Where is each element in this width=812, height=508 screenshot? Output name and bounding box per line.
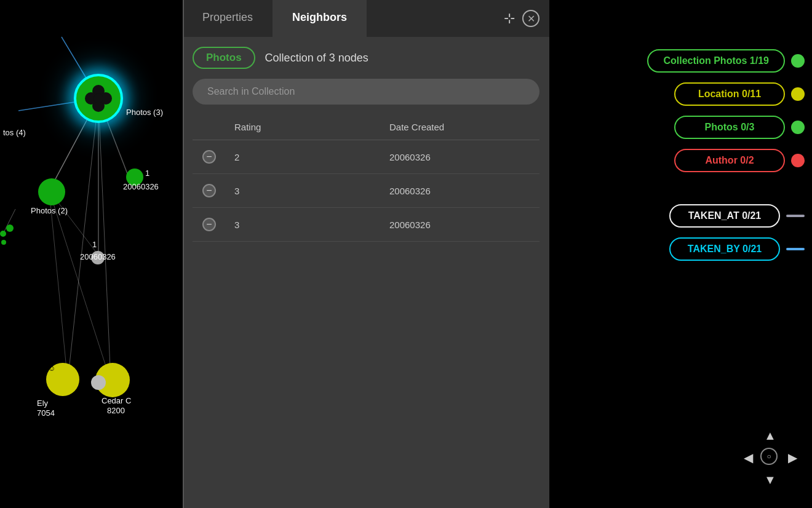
svg-line-3 (98, 98, 129, 178)
panel: Properties Neighbors ⊹ ✕ Photos Collecti… (183, 0, 549, 508)
node-label-1b: 1 (92, 240, 97, 249)
row3-icon-cell: − (193, 215, 229, 234)
tiny-node-2 (6, 224, 14, 232)
col-header-rating: Rating (229, 119, 384, 135)
nav-center-button[interactable]: ○ (760, 448, 778, 465)
small-node-2[interactable] (126, 169, 143, 186)
svg-line-5 (68, 98, 98, 381)
dot-location (791, 87, 805, 101)
svg-line-1 (18, 98, 98, 111)
node-label-cedar: Cedar C (102, 396, 131, 405)
row1-rating: 2 (229, 149, 384, 165)
svg-line-10 (3, 209, 15, 234)
table-row: − 3 20060326 (193, 208, 539, 242)
col-header-date: Date Created (384, 119, 539, 135)
svg-point-15 (94, 93, 103, 103)
pill-photos[interactable]: Photos 0/3 (674, 116, 785, 139)
row3-rating: 3 (229, 217, 384, 232)
row3-date: 20060326 (384, 217, 539, 232)
small-node-white[interactable] (91, 251, 105, 264)
central-node[interactable] (74, 74, 123, 123)
node-label-tos4: tos (4) (3, 128, 26, 137)
nav-right-button[interactable]: ▶ (782, 448, 802, 467)
pill-row-taken-by: TAKEN_BY 0/21 (669, 237, 805, 261)
svg-line-7 (49, 191, 68, 381)
collection-title: Collection of 3 nodes (265, 52, 368, 65)
pill-author[interactable]: Author 0/2 (674, 149, 785, 172)
graph-layer: Photos (3) tos (4) Photos (2) 1 20060326… (0, 0, 183, 508)
tiny-node-3 (1, 240, 6, 245)
svg-line-0 (62, 37, 98, 98)
svg-line-2 (49, 98, 98, 191)
svg-line-8 (49, 191, 111, 381)
graph-svg (0, 0, 183, 508)
dash-taken-at (786, 215, 805, 217)
tab-properties[interactable]: Properties (183, 0, 273, 37)
row2-icon-cell: − (193, 181, 229, 200)
move-icon[interactable]: ⊹ (504, 10, 515, 26)
table-area: Rating Date Created − 2 20060326 − 3 200… (193, 114, 539, 498)
gray-node-center[interactable] (91, 375, 106, 390)
pill-taken-by[interactable]: TAKEN_BY 0/21 (669, 237, 780, 261)
yellow-node-ely[interactable] (46, 363, 79, 396)
tiny-node-1 (0, 231, 6, 237)
dash-taken-by (786, 248, 805, 250)
node-label-ely-num: 7054 (37, 408, 55, 418)
svg-point-11 (92, 85, 105, 97)
pill-row-location: Location 0/11 (674, 82, 805, 106)
row2-rating: 3 (229, 183, 384, 199)
table-row: − 3 20060326 (193, 174, 539, 208)
nav-up-button[interactable]: ▲ (760, 426, 780, 445)
clover-icon (84, 84, 113, 113)
ely-label: ☺ (48, 364, 55, 373)
tab-neighbors-label: Neighbors (292, 11, 347, 24)
row1-minus-button[interactable]: − (202, 150, 216, 164)
node-label-1a: 1 (145, 169, 149, 178)
svg-line-9 (49, 191, 98, 255)
close-button[interactable]: ✕ (522, 10, 539, 27)
row3-minus-button[interactable]: − (202, 218, 216, 231)
row1-date: 20060326 (384, 149, 539, 165)
row2-date: 20060326 (384, 183, 539, 199)
pill-row-taken-at: TAKEN_AT 0/21 (669, 204, 805, 228)
collection-header: Photos Collection of 3 nodes (193, 47, 539, 69)
tab-neighbors[interactable]: Neighbors (273, 0, 367, 37)
node-label-date-1a: 20060326 (123, 182, 159, 191)
row1-icon-cell: − (193, 148, 229, 166)
pill-collection-photos[interactable]: Collection Photos 1/19 (647, 49, 785, 73)
node-label-ely: Ely (37, 399, 48, 408)
node-label-photos3: Photos (3) (126, 108, 163, 117)
small-node-1[interactable] (38, 178, 65, 205)
pill-location[interactable]: Location 0/11 (674, 82, 785, 106)
tabs: Properties Neighbors ⊹ ✕ (183, 0, 549, 37)
dot-author (791, 154, 805, 167)
pill-row-photos: Photos 0/3 (674, 116, 805, 139)
dot-collection-photos (791, 54, 805, 68)
nav-arrows: ▲ ◀ ○ ▶ ▼ (738, 426, 800, 490)
svg-point-13 (85, 92, 97, 105)
yellow-node-cedar[interactable] (95, 363, 130, 397)
table-row: − 2 20060326 (193, 140, 539, 174)
dot-photos (791, 121, 805, 134)
svg-line-6 (98, 98, 111, 381)
pill-taken-at[interactable]: TAKEN_AT 0/21 (669, 204, 780, 228)
svg-point-12 (92, 100, 105, 112)
table-header: Rating Date Created (193, 114, 539, 140)
pill-row-author: Author 0/2 (674, 149, 805, 172)
node-label-photos2: Photos (2) (31, 206, 68, 215)
svg-point-14 (100, 92, 112, 105)
col-header-icon (193, 119, 229, 135)
node-label-cedar-num: 8200 (107, 406, 125, 415)
nav-down-button[interactable]: ▼ (760, 470, 780, 490)
central-node-inner (83, 83, 114, 114)
panel-content: Photos Collection of 3 nodes Rating Date… (183, 37, 549, 508)
tab-properties-label: Properties (202, 11, 253, 24)
pill-row-collection-photos: Collection Photos 1/19 (647, 49, 805, 73)
nav-left-button[interactable]: ◀ (738, 448, 758, 467)
photos-badge-button[interactable]: Photos (193, 47, 255, 69)
tab-actions: ⊹ ✕ (504, 0, 549, 37)
search-input[interactable] (193, 79, 539, 105)
node-label-date-1b: 20060326 (80, 252, 116, 261)
row2-minus-button[interactable]: − (202, 184, 216, 197)
